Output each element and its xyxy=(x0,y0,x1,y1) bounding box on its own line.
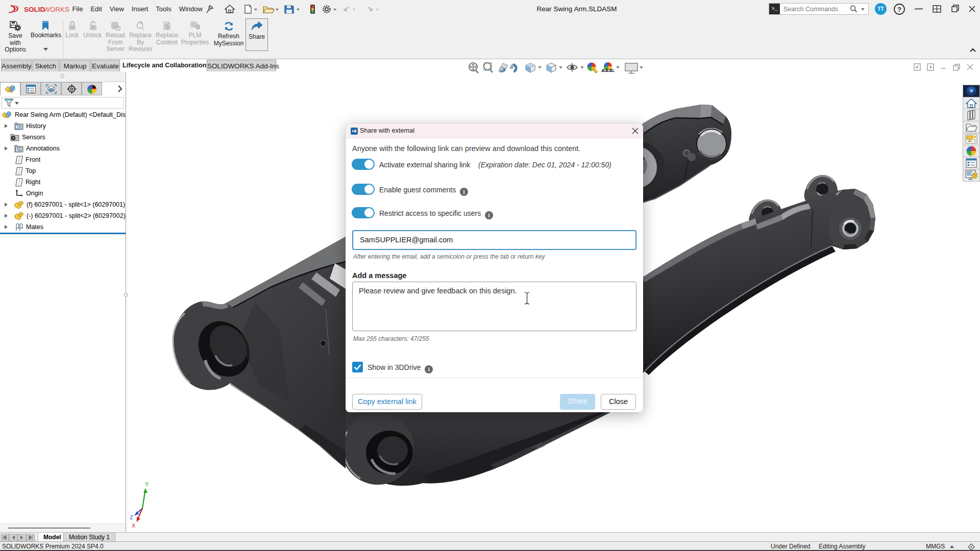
svg-text:?: ? xyxy=(897,6,901,13)
svg-text:Y: Y xyxy=(145,481,149,487)
svg-text:A: A xyxy=(16,147,19,152)
svg-text:SOLID: SOLID xyxy=(24,6,45,13)
svg-text:Z: Z xyxy=(130,514,133,520)
svg-text:WORKS: WORKS xyxy=(43,6,69,13)
svg-text:X: X xyxy=(132,522,136,529)
